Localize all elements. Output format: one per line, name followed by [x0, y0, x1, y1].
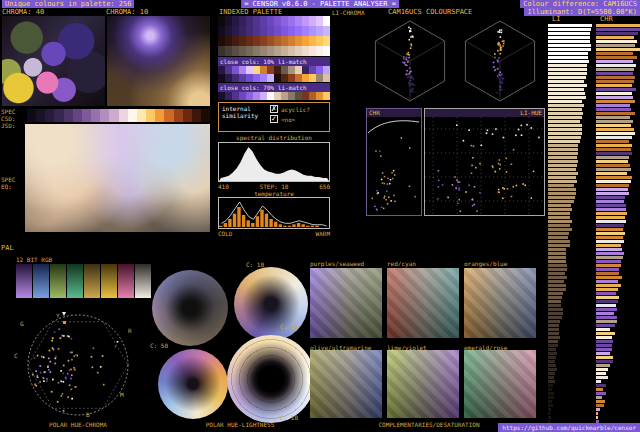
temp-bar: [311, 226, 314, 227]
lightness-bar: [548, 400, 552, 403]
close-match-swatch: [295, 92, 302, 100]
chroma-bar: [596, 200, 624, 203]
spec-labels: SPEC CSD: JSD:: [1, 108, 15, 129]
colour-dot: [60, 381, 62, 383]
polar-circle: [28, 315, 128, 415]
colour-dot: [494, 53, 496, 55]
chroma-bar: [596, 324, 615, 327]
colour-dot: [381, 179, 383, 181]
colour-dot: [499, 78, 501, 80]
chroma-bar: [596, 188, 628, 191]
colour-dot: [67, 373, 69, 375]
lightness-bar: [548, 176, 576, 179]
palette-swatch: [316, 36, 323, 46]
temp-bar: [279, 224, 282, 227]
palette-swatch: [316, 26, 323, 36]
spectral-distribution-plot: [218, 142, 330, 182]
colour-dot: [408, 76, 410, 78]
colour-dot: [63, 365, 65, 367]
chroma-bar: [596, 292, 616, 295]
palette-swatch: [253, 16, 260, 26]
colour-dot: [498, 163, 500, 165]
colour-dot: [404, 62, 406, 64]
temperature-axis: COLD WARM: [218, 230, 330, 237]
colour-dot: [103, 384, 105, 386]
colour-dot: [522, 183, 524, 185]
close-match-swatch: [232, 66, 239, 74]
colour-dot: [455, 187, 457, 189]
chroma-40-label: CHROMA: 40: [2, 8, 44, 16]
colour-dot: [43, 380, 45, 382]
temp-bar: [265, 214, 268, 227]
chroma-bar: [596, 88, 636, 91]
colour-dot: [68, 360, 70, 362]
no-checkbox[interactable]: ✓: [270, 115, 278, 123]
spectral-histogram: [219, 143, 329, 181]
chroma-bar: [596, 108, 631, 111]
complementary-tile: [464, 268, 536, 338]
chr-curve: [368, 121, 419, 133]
colour-dot: [380, 155, 382, 157]
chroma-bar: [596, 312, 614, 315]
acyclic-checkbox[interactable]: ✗: [270, 105, 278, 113]
lightness-bar: [548, 164, 577, 167]
wheel-label-c50-a: C: 50: [280, 323, 298, 330]
spectral-curve: [219, 147, 329, 181]
colour-dot: [378, 192, 380, 194]
close-match-swatch: [274, 74, 281, 82]
palette-swatch: [316, 16, 323, 26]
lightness-bar: [548, 36, 590, 39]
colour-dot: [497, 61, 499, 63]
lightness-chroma-field-image: [25, 124, 210, 232]
colour-dot: [521, 134, 523, 136]
complementary-tile: [310, 350, 382, 418]
colour-dot: [460, 210, 462, 212]
colour-dot: [39, 381, 41, 383]
close-cols-70-bar: close cols: 70% li-match: [218, 83, 330, 92]
temp-bar: [219, 226, 222, 227]
palette-swatch: [232, 16, 239, 26]
temp-bar: [247, 220, 250, 227]
colour-dot: [503, 137, 505, 139]
close-cols-10-swatches: [218, 66, 330, 82]
colour-dot: [394, 201, 396, 203]
spec-eq-label-1: SPEC: [1, 176, 15, 183]
palette-swatch: [225, 26, 232, 36]
close-match-swatch: [274, 92, 281, 100]
lightness-bar: [548, 272, 565, 275]
colour-dot: [62, 373, 64, 375]
temp-bar: [260, 210, 263, 227]
palette-swatch: [218, 16, 225, 26]
lightness-bar: [548, 208, 572, 211]
chroma-bar: [596, 124, 631, 127]
colour-dot: [497, 31, 499, 33]
temp-bar: [283, 226, 286, 227]
colour-dot: [474, 186, 476, 188]
palette-swatch: [246, 36, 253, 46]
indexed-palette-label: INDEXED PALETTE: [219, 8, 282, 16]
axis-y-label: Y: [56, 312, 60, 319]
chroma-bar: [596, 376, 608, 379]
chroma-bar: [596, 160, 628, 163]
chroma-bar: [596, 112, 635, 115]
colourspace-projection-2: [456, 14, 544, 106]
lightness-bar: [548, 268, 567, 271]
lightness-bar: [548, 248, 566, 251]
palette-swatch: [323, 26, 330, 36]
lightness-bar: [548, 332, 559, 335]
colour-dot: [502, 41, 504, 43]
colour-dot: [502, 198, 504, 200]
close-match-swatch: [288, 66, 295, 74]
colour-dot: [456, 124, 458, 126]
colour-dot: [412, 77, 414, 79]
colour-dot: [518, 129, 520, 131]
github-url[interactable]: https://github.com/quickmarble/censor: [498, 423, 640, 432]
complementary-tile-label: red/cyan: [387, 260, 416, 267]
chroma-bar: [596, 140, 629, 143]
colour-dot: [71, 374, 73, 376]
chroma-bar: [596, 40, 637, 43]
lightness-bar: [548, 308, 563, 311]
colour-dot: [492, 165, 494, 167]
spectral-distribution-title: spectral distribution: [218, 134, 330, 141]
axis-g-label: G: [20, 320, 24, 327]
